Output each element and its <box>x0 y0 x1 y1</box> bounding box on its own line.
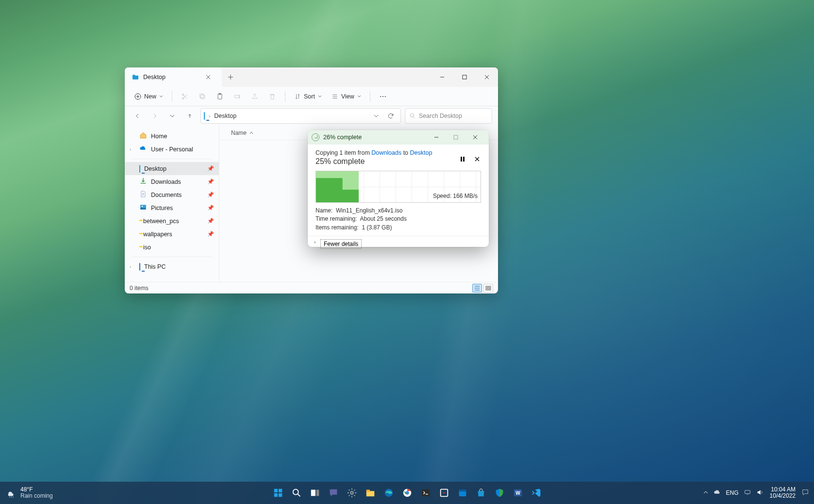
sidebar-item-iso[interactable]: iso <box>125 241 219 254</box>
close-button[interactable] <box>476 67 498 87</box>
svg-rect-20 <box>489 289 491 290</box>
share-button[interactable] <box>247 89 263 104</box>
more-button[interactable] <box>375 89 391 104</box>
sidebar-item-betweenpcs[interactable]: between_pcs 📌 <box>125 214 219 228</box>
copy-minimize-button[interactable] <box>427 130 446 145</box>
svg-rect-37 <box>421 489 430 497</box>
sidebar-item-documents[interactable]: Documents 📌 <box>125 188 219 201</box>
tray-chevron-icon[interactable] <box>703 489 709 497</box>
minimize-button[interactable] <box>431 67 453 87</box>
view-button[interactable]: View <box>328 89 365 104</box>
address-dropdown-button[interactable] <box>369 109 383 123</box>
up-button[interactable] <box>183 109 197 123</box>
clock-date: 10/4/2022 <box>770 493 796 499</box>
details-view-button[interactable] <box>472 284 482 293</box>
refresh-button[interactable] <box>384 109 398 123</box>
copy-description: Copying 1 item from Downloads to Desktop <box>316 149 481 156</box>
copy-close-button[interactable] <box>465 130 485 145</box>
pc-icon <box>139 263 140 270</box>
cancel-button[interactable] <box>473 155 481 163</box>
fewer-details-button[interactable]: Fewer details <box>320 239 362 249</box>
weather-icon <box>6 488 17 498</box>
cut-button[interactable] <box>177 89 193 104</box>
new-tab-button[interactable] <box>222 67 239 87</box>
terminal-button[interactable] <box>418 486 433 500</box>
copy-percent: 25% complete <box>316 157 481 166</box>
settings-button[interactable] <box>345 486 359 500</box>
sidebar-item-downloads[interactable]: Downloads 📌 <box>125 175 219 188</box>
copy-to-link[interactable]: Desktop <box>410 149 432 156</box>
sidebar-item-label: User - Personal <box>151 146 193 153</box>
copy-dialog: 26% complete Copying 1 item from Downloa… <box>308 130 489 247</box>
folder-icon <box>132 73 139 81</box>
download-icon <box>139 177 147 186</box>
taskbar-right: ENG 10:04 AM 10/4/2022 <box>698 487 814 499</box>
sidebar-item-desktop[interactable]: Desktop 📌 <box>125 162 219 175</box>
svg-rect-17 <box>486 286 488 288</box>
tab-close-button[interactable] <box>201 70 215 84</box>
search-box[interactable]: Search Desktop <box>405 108 492 124</box>
item-count: 0 items <box>130 285 149 292</box>
pin-icon: 📌 <box>207 218 214 224</box>
svg-rect-6 <box>201 95 205 98</box>
sidebar-item-thispc[interactable]: › This PC <box>125 260 219 273</box>
sidebar[interactable]: Home › User - Personal Desktop 📌 Downloa… <box>125 126 219 282</box>
system-tray[interactable]: ENG <box>703 488 764 498</box>
snip-button[interactable] <box>437 486 451 500</box>
chat-button[interactable] <box>326 486 341 500</box>
svg-rect-19 <box>486 289 488 290</box>
picture-icon <box>139 203 147 212</box>
forward-button[interactable] <box>148 109 162 123</box>
chrome-button[interactable] <box>400 486 415 500</box>
sort-button[interactable]: Sort <box>290 89 326 104</box>
store-button[interactable] <box>474 486 488 500</box>
copy-titlebar[interactable]: 26% complete <box>308 130 489 145</box>
sidebar-item-home[interactable]: Home <box>125 130 219 143</box>
volume-tray-icon[interactable] <box>756 488 764 498</box>
notifications-button[interactable] <box>801 488 809 498</box>
maximize-button[interactable] <box>453 67 476 87</box>
pin-icon: 📌 <box>207 231 214 237</box>
sidebar-item-user[interactable]: › User - Personal <box>125 143 219 156</box>
onedrive-icon <box>139 145 147 154</box>
tab-desktop[interactable]: Desktop <box>125 67 222 87</box>
rename-button[interactable] <box>230 89 245 104</box>
vscode-button[interactable] <box>529 486 544 500</box>
paste-button[interactable] <box>212 89 228 104</box>
word-button[interactable]: W <box>511 486 525 500</box>
breadcrumb[interactable]: Desktop <box>214 113 236 119</box>
document-icon <box>139 190 147 199</box>
sidebar-item-label: Desktop <box>144 165 166 172</box>
new-button[interactable]: New <box>131 89 167 104</box>
task-view-button[interactable] <box>308 486 322 500</box>
svg-rect-18 <box>489 286 491 288</box>
file-explorer-button[interactable] <box>363 486 378 500</box>
clock[interactable]: 10:04 AM 10/4/2022 <box>770 487 796 499</box>
onedrive-tray-icon[interactable] <box>714 488 721 498</box>
language-indicator[interactable]: ENG <box>726 489 739 496</box>
column-name[interactable]: Name <box>219 130 265 136</box>
pause-button[interactable] <box>459 155 466 163</box>
address-bar[interactable]: › Desktop <box>200 108 401 124</box>
start-button[interactable] <box>271 486 285 500</box>
copy-to-word: to <box>401 149 410 156</box>
svg-rect-26 <box>274 493 277 497</box>
search-button[interactable] <box>289 486 304 500</box>
column-label: Name <box>231 130 247 136</box>
back-button[interactable] <box>131 109 144 123</box>
weather-widget[interactable]: 48°F Rain coming <box>6 487 53 499</box>
sort-label: Sort <box>304 93 315 100</box>
recent-button[interactable] <box>166 109 179 123</box>
titlebar[interactable]: Desktop <box>125 67 498 87</box>
edge-button[interactable] <box>382 486 396 500</box>
taskbar[interactable]: 48°F Rain coming W ENG 10:04 AM <box>0 482 814 504</box>
thumb-view-button[interactable] <box>483 284 493 293</box>
calendar-button[interactable] <box>455 486 470 500</box>
security-button[interactable] <box>492 486 507 500</box>
network-tray-icon[interactable] <box>744 488 751 498</box>
copy-button[interactable] <box>195 89 210 104</box>
copy-from-link[interactable]: Downloads <box>371 149 401 156</box>
sidebar-item-wallpapers[interactable]: wallpapers 📌 <box>125 228 219 241</box>
sidebar-item-pictures[interactable]: Pictures 📌 <box>125 201 219 214</box>
delete-button[interactable] <box>265 89 280 104</box>
